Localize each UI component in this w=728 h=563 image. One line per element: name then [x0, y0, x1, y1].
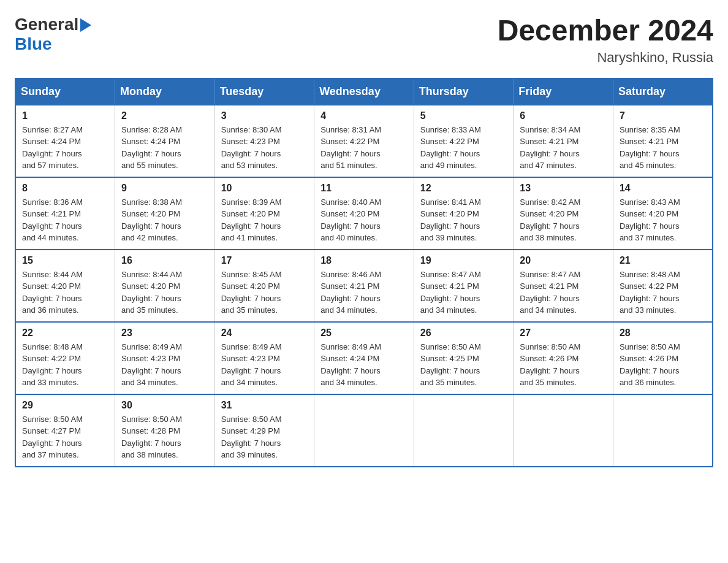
day-info: Sunrise: 8:44 AM Sunset: 4:20 PM Dayligh… [121, 269, 208, 316]
day-number: 1 [22, 110, 108, 121]
day-info: Sunrise: 8:50 AM Sunset: 4:28 PM Dayligh… [121, 413, 208, 461]
calendar-cell: 13Sunrise: 8:42 AM Sunset: 4:20 PM Dayli… [514, 177, 613, 250]
day-number: 7 [620, 110, 706, 121]
day-info: Sunrise: 8:47 AM Sunset: 4:21 PM Dayligh… [420, 269, 507, 316]
day-number: 25 [320, 327, 408, 339]
day-number: 31 [221, 400, 308, 411]
day-number: 9 [121, 183, 208, 194]
calendar-cell: 8Sunrise: 8:36 AM Sunset: 4:21 PM Daylig… [15, 177, 115, 250]
calendar-cell: 6Sunrise: 8:34 AM Sunset: 4:21 PM Daylig… [514, 105, 613, 177]
day-info: Sunrise: 8:43 AM Sunset: 4:20 PM Dayligh… [620, 196, 706, 244]
day-number: 22 [22, 327, 108, 339]
calendar-cell: 30Sunrise: 8:50 AM Sunset: 4:28 PM Dayli… [115, 394, 215, 467]
day-number: 23 [121, 327, 208, 339]
calendar-cell: 4Sunrise: 8:31 AM Sunset: 4:22 PM Daylig… [314, 105, 414, 177]
day-info: Sunrise: 8:47 AM Sunset: 4:21 PM Dayligh… [520, 269, 607, 316]
day-info: Sunrise: 8:50 AM Sunset: 4:26 PM Dayligh… [620, 341, 706, 389]
day-info: Sunrise: 8:33 AM Sunset: 4:22 PM Dayligh… [420, 124, 507, 172]
day-number: 3 [221, 110, 308, 121]
day-number: 5 [420, 110, 507, 121]
day-number: 8 [22, 183, 108, 194]
day-info: Sunrise: 8:36 AM Sunset: 4:21 PM Dayligh… [22, 196, 108, 244]
day-number: 13 [520, 183, 607, 194]
calendar-table: SundayMondayTuesdayWednesdayThursdayFrid… [15, 78, 713, 467]
day-number: 4 [320, 110, 408, 121]
logo-blue-text: Blue [15, 34, 52, 54]
calendar-cell: 17Sunrise: 8:45 AM Sunset: 4:20 PM Dayli… [214, 250, 314, 322]
calendar-cell: 23Sunrise: 8:49 AM Sunset: 4:23 PM Dayli… [115, 322, 215, 394]
day-number: 21 [620, 255, 706, 266]
day-number: 12 [420, 183, 507, 194]
day-number: 15 [22, 255, 108, 266]
calendar-week-row: 15Sunrise: 8:44 AM Sunset: 4:20 PM Dayli… [15, 250, 713, 322]
calendar-cell: 10Sunrise: 8:39 AM Sunset: 4:20 PM Dayli… [214, 177, 314, 250]
day-number: 11 [320, 183, 408, 194]
day-info: Sunrise: 8:42 AM Sunset: 4:20 PM Dayligh… [520, 196, 607, 244]
calendar-cell: 28Sunrise: 8:50 AM Sunset: 4:26 PM Dayli… [613, 322, 713, 394]
calendar-cell: 24Sunrise: 8:49 AM Sunset: 4:23 PM Dayli… [214, 322, 314, 394]
calendar-cell: 21Sunrise: 8:48 AM Sunset: 4:22 PM Dayli… [613, 250, 713, 322]
day-info: Sunrise: 8:49 AM Sunset: 4:23 PM Dayligh… [221, 341, 308, 389]
calendar-cell: 14Sunrise: 8:43 AM Sunset: 4:20 PM Dayli… [613, 177, 713, 250]
calendar-week-row: 8Sunrise: 8:36 AM Sunset: 4:21 PM Daylig… [15, 177, 713, 250]
calendar-cell: 27Sunrise: 8:50 AM Sunset: 4:26 PM Dayli… [514, 322, 613, 394]
header-tuesday: Tuesday [214, 79, 314, 105]
calendar-cell: 1Sunrise: 8:27 AM Sunset: 4:24 PM Daylig… [15, 105, 115, 177]
day-info: Sunrise: 8:27 AM Sunset: 4:24 PM Dayligh… [22, 124, 108, 172]
day-info: Sunrise: 8:41 AM Sunset: 4:20 PM Dayligh… [420, 196, 507, 244]
day-info: Sunrise: 8:50 AM Sunset: 4:25 PM Dayligh… [420, 341, 507, 389]
calendar-cell: 25Sunrise: 8:49 AM Sunset: 4:24 PM Dayli… [314, 322, 414, 394]
calendar-cell: 29Sunrise: 8:50 AM Sunset: 4:27 PM Dayli… [15, 394, 115, 467]
header-monday: Monday [115, 79, 215, 105]
day-info: Sunrise: 8:48 AM Sunset: 4:22 PM Dayligh… [22, 341, 108, 389]
calendar-cell: 15Sunrise: 8:44 AM Sunset: 4:20 PM Dayli… [15, 250, 115, 322]
header-saturday: Saturday [613, 79, 713, 105]
day-number: 19 [420, 255, 507, 266]
day-number: 6 [520, 110, 607, 121]
day-number: 18 [320, 255, 408, 266]
day-info: Sunrise: 8:48 AM Sunset: 4:22 PM Dayligh… [620, 269, 706, 316]
calendar-cell [414, 394, 514, 467]
day-info: Sunrise: 8:30 AM Sunset: 4:23 PM Dayligh… [221, 124, 308, 172]
day-number: 24 [221, 327, 308, 339]
day-number: 28 [620, 327, 706, 339]
page-header: General Blue December 2024 Naryshkino, R… [15, 15, 713, 66]
day-number: 20 [520, 255, 607, 266]
day-number: 2 [121, 110, 208, 121]
calendar-cell: 11Sunrise: 8:40 AM Sunset: 4:20 PM Dayli… [314, 177, 414, 250]
calendar-cell: 16Sunrise: 8:44 AM Sunset: 4:20 PM Dayli… [115, 250, 215, 322]
day-info: Sunrise: 8:39 AM Sunset: 4:20 PM Dayligh… [221, 196, 308, 244]
header-sunday: Sunday [15, 79, 115, 105]
calendar-subtitle: Naryshkino, Russia [498, 50, 713, 66]
logo-general-text: General [15, 15, 78, 34]
calendar-cell: 9Sunrise: 8:38 AM Sunset: 4:20 PM Daylig… [115, 177, 215, 250]
day-number: 26 [420, 327, 507, 339]
day-info: Sunrise: 8:38 AM Sunset: 4:20 PM Dayligh… [121, 196, 208, 244]
calendar-cell [314, 394, 414, 467]
day-number: 10 [221, 183, 308, 194]
day-number: 16 [121, 255, 208, 266]
day-info: Sunrise: 8:50 AM Sunset: 4:27 PM Dayligh… [22, 413, 108, 461]
calendar-cell [613, 394, 713, 467]
calendar-cell: 20Sunrise: 8:47 AM Sunset: 4:21 PM Dayli… [514, 250, 613, 322]
day-info: Sunrise: 8:50 AM Sunset: 4:29 PM Dayligh… [221, 413, 308, 461]
calendar-cell: 31Sunrise: 8:50 AM Sunset: 4:29 PM Dayli… [214, 394, 314, 467]
day-info: Sunrise: 8:31 AM Sunset: 4:22 PM Dayligh… [320, 124, 408, 172]
day-info: Sunrise: 8:49 AM Sunset: 4:23 PM Dayligh… [121, 341, 208, 389]
day-info: Sunrise: 8:40 AM Sunset: 4:20 PM Dayligh… [320, 196, 408, 244]
day-info: Sunrise: 8:45 AM Sunset: 4:20 PM Dayligh… [221, 269, 308, 316]
calendar-cell: 22Sunrise: 8:48 AM Sunset: 4:22 PM Dayli… [15, 322, 115, 394]
calendar-cell: 19Sunrise: 8:47 AM Sunset: 4:21 PM Dayli… [414, 250, 514, 322]
day-info: Sunrise: 8:50 AM Sunset: 4:26 PM Dayligh… [520, 341, 607, 389]
day-number: 17 [221, 255, 308, 266]
calendar-cell: 12Sunrise: 8:41 AM Sunset: 4:20 PM Dayli… [414, 177, 514, 250]
calendar-cell: 3Sunrise: 8:30 AM Sunset: 4:23 PM Daylig… [214, 105, 314, 177]
calendar-cell: 5Sunrise: 8:33 AM Sunset: 4:22 PM Daylig… [414, 105, 514, 177]
svg-marker-0 [80, 18, 91, 32]
calendar-week-row: 22Sunrise: 8:48 AM Sunset: 4:22 PM Dayli… [15, 322, 713, 394]
title-block: December 2024 Naryshkino, Russia [498, 15, 713, 66]
calendar-cell: 2Sunrise: 8:28 AM Sunset: 4:24 PM Daylig… [115, 105, 215, 177]
day-info: Sunrise: 8:35 AM Sunset: 4:21 PM Dayligh… [620, 124, 706, 172]
header-wednesday: Wednesday [314, 79, 414, 105]
day-info: Sunrise: 8:44 AM Sunset: 4:20 PM Dayligh… [22, 269, 108, 316]
